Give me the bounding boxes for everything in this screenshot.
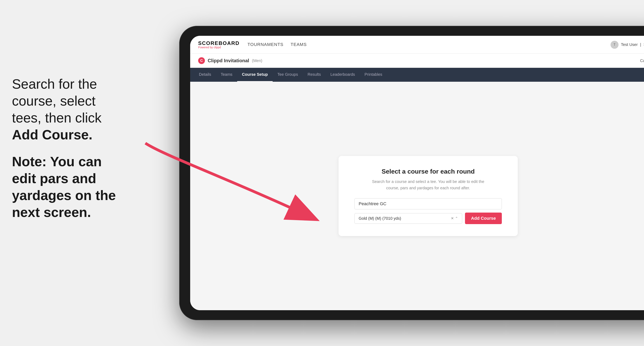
tab-course-setup[interactable]: Course Setup <box>237 68 272 82</box>
top-navigation: SCOREBOARD Powered by clippd TOURNAMENTS… <box>190 36 644 54</box>
tee-select[interactable]: Gold (M) (M) (7010 yds) ✕ ⌃ <box>354 213 462 224</box>
tournament-gender: (Men) <box>252 58 262 63</box>
tee-select-row: Gold (M) (M) (7010 yds) ✕ ⌃ Add Course <box>354 213 502 224</box>
annotation-block: Search for the course, select tees, then… <box>12 76 151 221</box>
tee-value: Gold (M) (M) (7010 yds) <box>359 216 401 221</box>
annotation-note4: next screen. <box>12 204 151 221</box>
tab-teams[interactable]: Teams <box>216 68 237 82</box>
tab-tee-groups[interactable]: Tee Groups <box>272 68 303 82</box>
course-card: Select a course for each round Search fo… <box>338 156 518 236</box>
tab-leaderboards[interactable]: Leaderboards <box>326 68 360 82</box>
logo-subtitle: Powered by clippd <box>198 46 240 49</box>
annotation-note3: yardages on the <box>12 187 151 204</box>
tab-bar: Details Teams Course Setup Tee Groups Re… <box>190 68 644 82</box>
annotation-note1: Note: You can <box>12 153 151 170</box>
tablet-screen: SCOREBOARD Powered by clippd TOURNAMENTS… <box>190 36 644 310</box>
annotation-line2: course, select <box>12 92 151 109</box>
add-course-button[interactable]: Add Course <box>465 213 502 224</box>
logo-title: SCOREBOARD <box>198 40 240 46</box>
annotation-line1: Search for the <box>12 76 151 92</box>
main-content: Select a course for each round Search fo… <box>190 82 644 310</box>
user-name: Test User <box>621 42 638 47</box>
nav-link-tournaments[interactable]: TOURNAMENTS <box>248 42 284 47</box>
card-title: Select a course for each round <box>354 168 502 175</box>
tab-printables[interactable]: Printables <box>360 68 387 82</box>
nav-left: SCOREBOARD Powered by clippd TOURNAMENTS… <box>198 40 307 49</box>
tournament-title-group: C Clippd Invitational (Men) <box>198 57 262 64</box>
annotation-line3: tees, then click <box>12 109 151 126</box>
tee-clear-icon[interactable]: ✕ <box>451 216 454 220</box>
tee-controls: ✕ ⌃ <box>451 216 458 220</box>
tournament-header: C Clippd Invitational (Men) Cancel ✕ <box>190 54 644 68</box>
annotation-note2: edit pars and <box>12 170 151 187</box>
clippd-logo: C <box>198 57 205 64</box>
nav-links: TOURNAMENTS TEAMS <box>248 42 307 47</box>
course-search-input[interactable] <box>354 198 502 209</box>
tab-results[interactable]: Results <box>303 68 326 82</box>
tournament-name: Clippd Invitational <box>208 58 249 63</box>
tablet-frame: SCOREBOARD Powered by clippd TOURNAMENTS… <box>179 26 644 320</box>
nav-right: T Test User | Sign out <box>610 41 644 49</box>
cancel-button[interactable]: Cancel ✕ <box>640 58 644 63</box>
nav-separator: | <box>640 42 641 47</box>
tab-details[interactable]: Details <box>194 68 216 82</box>
tee-chevron-icon: ⌃ <box>455 216 458 220</box>
card-subtitle: Search for a course and select a tee. Yo… <box>354 178 502 191</box>
avatar: T <box>610 41 618 49</box>
logo: SCOREBOARD Powered by clippd <box>198 40 240 49</box>
nav-link-teams[interactable]: TEAMS <box>290 42 307 47</box>
annotation-line4: Add Course. <box>12 126 151 143</box>
